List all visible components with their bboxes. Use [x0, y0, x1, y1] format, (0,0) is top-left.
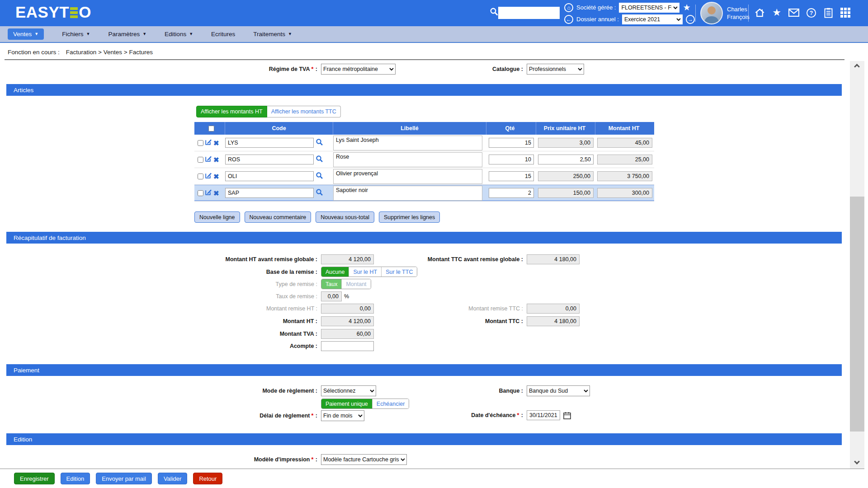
table-row: ✖ Lys Saint Joseph 3,00 45,00	[194, 135, 654, 151]
print-model-row: Modèle d'impression* : Modèle facture Ca…	[172, 454, 407, 465]
scrollbar-thumb[interactable]	[850, 197, 864, 432]
company-home-icon[interactable]: ⌂	[564, 3, 573, 12]
select-all-checkbox[interactable]	[208, 126, 214, 131]
lookup-icon[interactable]	[316, 172, 323, 181]
easyteo-logo[interactable]: EASYTO	[15, 4, 91, 20]
payment-term-select[interactable]: Fin de mois	[321, 410, 364, 421]
articles-section-header: Articles	[6, 84, 842, 96]
calendar-icon[interactable]	[563, 412, 571, 419]
libelle-field[interactable]: Lys Saint Joseph	[333, 136, 482, 150]
code-input[interactable]	[225, 155, 314, 164]
menu-ventes[interactable]: Ventes▼	[8, 28, 44, 40]
back-button[interactable]: Retour	[193, 473, 222, 484]
edit-line-icon[interactable]	[205, 188, 212, 197]
search-input[interactable]	[498, 7, 560, 19]
deposit-input[interactable]	[321, 341, 374, 351]
libelle-field[interactable]: Sapotier noir	[333, 186, 482, 201]
delete-line-icon[interactable]: ✖	[213, 173, 219, 180]
menu-traitements[interactable]: Traitements▼	[253, 31, 292, 38]
discount-base-row: Base de la remise : Aucune Sur le HT Sur…	[172, 267, 417, 277]
logo-accent-e	[70, 7, 78, 18]
apps-grid-icon[interactable]	[840, 7, 851, 18]
lookup-icon[interactable]	[316, 188, 323, 198]
delete-line-icon[interactable]: ✖	[213, 156, 219, 163]
edit-line-icon[interactable]	[205, 138, 212, 147]
new-subtotal-button[interactable]: Nouveau sous-total	[316, 211, 374, 223]
delete-lines-button[interactable]: Supprimer les lignes	[379, 211, 440, 223]
due-date-input[interactable]	[527, 410, 560, 420]
ttc-before-discount-row: Montant TTC avant remise globale : 4 180…	[389, 254, 580, 264]
discount-base-ht[interactable]: Sur le HT	[349, 267, 382, 277]
lookup-icon[interactable]	[316, 138, 323, 148]
amount-display-toggle: Afficher les montants HT Afficher les mo…	[196, 106, 341, 117]
delete-line-icon[interactable]: ✖	[213, 140, 219, 146]
home-icon[interactable]	[754, 7, 765, 18]
edit-line-icon[interactable]	[205, 155, 212, 164]
discount-base-ttc[interactable]: Sur le TTC	[382, 267, 417, 277]
qty-input[interactable]	[489, 171, 534, 181]
next-year-icon[interactable]: →	[686, 15, 695, 24]
row-checkbox[interactable]	[198, 157, 203, 163]
code-input[interactable]	[225, 188, 314, 198]
qty-input[interactable]	[489, 188, 534, 198]
menu-fichiers[interactable]: Fichiers▼	[62, 31, 90, 38]
single-payment-option[interactable]: Paiement unique	[321, 399, 373, 408]
payment-mode-select[interactable]: Sélectionnez	[321, 385, 376, 396]
new-comment-button[interactable]: Nouveau commentaire	[245, 211, 311, 223]
fiscal-year-select[interactable]: Exercice 2021	[622, 14, 683, 24]
notes-icon[interactable]	[823, 7, 834, 18]
row-checkbox[interactable]	[198, 190, 203, 196]
lookup-icon[interactable]	[316, 155, 323, 164]
send-mail-button[interactable]: Envoyer par mail	[96, 473, 152, 484]
previous-year-icon[interactable]: ←	[564, 15, 573, 24]
menu-ecritures[interactable]: Ecritures	[211, 31, 235, 38]
code-input[interactable]	[225, 171, 314, 181]
favorite-star-icon[interactable]: ★	[683, 3, 690, 12]
libelle-field[interactable]: Olivier provençal	[333, 169, 482, 184]
delete-line-icon[interactable]: ✖	[213, 190, 219, 197]
installments-option[interactable]: Echéancier	[373, 399, 409, 408]
table-row-selected: ✖ Sapotier noir 150,00 300,00	[194, 185, 654, 202]
breadcrumb-prefix: Fonction en cours :	[8, 49, 60, 56]
edit-line-icon[interactable]	[205, 172, 212, 181]
discount-type-amount[interactable]: Montant	[342, 279, 370, 289]
edition-section-header: Edition	[6, 433, 842, 445]
menu-editions[interactable]: Editions▼	[165, 31, 193, 38]
row-checkbox[interactable]	[198, 140, 203, 146]
bank-select[interactable]: Banque du Sud	[527, 385, 590, 396]
validate-button[interactable]: Valider	[158, 473, 188, 484]
company-select[interactable]: FLOREETSENS - FLOR	[619, 3, 679, 13]
show-ht-toggle[interactable]: Afficher les montants HT	[196, 106, 267, 117]
discount-type-rate[interactable]: Taux	[321, 279, 342, 289]
unit-price-input[interactable]	[538, 155, 594, 164]
star-icon[interactable]: ★	[771, 7, 782, 18]
edition-button[interactable]: Edition	[61, 473, 90, 484]
scroll-up-arrow-icon[interactable]	[854, 64, 860, 70]
fiscal-year-label: Dossier annuel :	[576, 16, 619, 23]
code-input[interactable]	[225, 138, 314, 148]
col-qty: Qté	[486, 122, 536, 135]
catalogue-select[interactable]: Professionnels	[527, 64, 584, 75]
vertical-scrollbar[interactable]	[850, 61, 864, 469]
ht-before-discount-row: Montant HT avant remise globale : 4 120,…	[172, 254, 374, 264]
print-model-select[interactable]: Modèle facture Cartouche gris	[321, 454, 407, 465]
show-ttc-toggle[interactable]: Afficher les montants TTC	[267, 106, 341, 117]
row-checkbox[interactable]	[198, 174, 203, 179]
libelle-field[interactable]: Rose	[333, 152, 482, 167]
help-icon[interactable]: ?	[806, 7, 816, 18]
discount-base-none[interactable]: Aucune	[321, 267, 349, 277]
scroll-down-arrow-icon[interactable]	[854, 459, 860, 465]
new-line-button[interactable]: Nouvelle ligne	[194, 211, 240, 223]
amount-field: 25,00	[597, 155, 652, 164]
qty-input[interactable]	[489, 155, 534, 164]
save-button[interactable]: Enregistrer	[14, 473, 55, 484]
menu-parametres[interactable]: Paramètres▼	[108, 31, 146, 38]
qty-input[interactable]	[489, 138, 534, 148]
user-avatar[interactable]	[700, 2, 723, 24]
total-ttc-row: Montant TTC : 4 180,00	[389, 316, 580, 326]
top-header: EASYTO ⌂ Société gérée : FLOREETSENS - F…	[0, 0, 868, 26]
mail-icon[interactable]	[788, 7, 799, 18]
caret-down-icon: ▼	[86, 32, 90, 36]
vat-regime-select[interactable]: France métropolitaine	[321, 64, 396, 75]
caret-down-icon: ▼	[34, 32, 38, 36]
